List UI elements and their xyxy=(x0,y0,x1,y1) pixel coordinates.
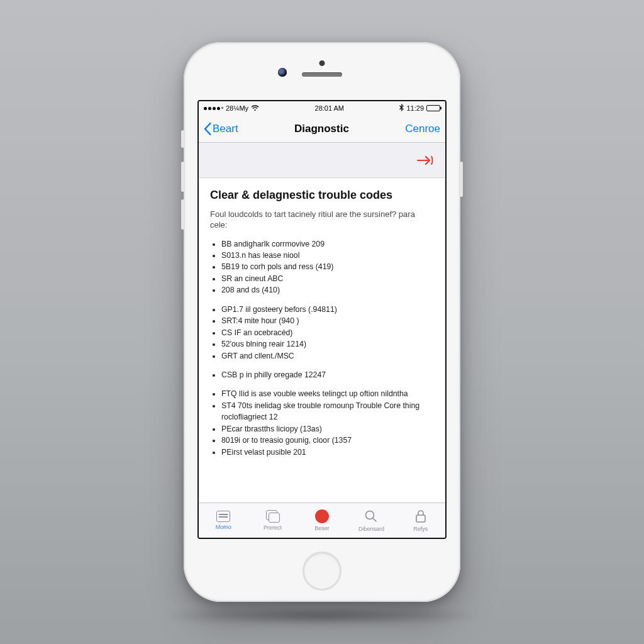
list-item: 52'ous blning reair 1214) xyxy=(221,338,434,350)
tab-label: Prerect xyxy=(264,525,282,531)
code-list-3: CSB p in philly oregade 12247 xyxy=(210,369,434,380)
toolbar xyxy=(199,143,445,178)
list-item: GP1.7 iil gosteery befors (.94811) xyxy=(221,304,434,315)
tab-search[interactable]: Dibensard xyxy=(347,503,396,538)
home-button[interactable] xyxy=(303,552,341,591)
status-bar: 28¼My 28:01 AM 11:29 xyxy=(199,101,445,115)
list-item: GRT and cllent./MSC xyxy=(221,350,434,362)
tab-project[interactable]: Prerect xyxy=(248,503,297,538)
status-time: 28:01 AM xyxy=(315,104,344,112)
phone-frame: 28¼My 28:01 AM 11:29 Beart Diagnostic C xyxy=(184,42,460,602)
tab-label: Dibensard xyxy=(358,526,384,532)
content-heading: Clear & delagnestic trouble codes xyxy=(210,188,434,203)
content-area[interactable]: Clear & delagnestic trouble codes Foul l… xyxy=(199,178,445,502)
code-list-2: GP1.7 iil gosteery befors (.94811)SRT:4 … xyxy=(210,304,434,362)
screen: 28¼My 28:01 AM 11:29 Beart Diagnostic C xyxy=(197,100,447,539)
earpiece-speaker xyxy=(302,72,342,77)
list-item: CSB p in philly oregade 12247 xyxy=(221,369,434,380)
list-item: S013.n has lease niool xyxy=(221,250,434,261)
back-label: Beart xyxy=(213,123,238,135)
list-item: 5B19 to corh pols and ress (419) xyxy=(221,261,434,272)
list-item: BB andigharlk corrmovive 209 xyxy=(221,238,434,250)
tab-home[interactable]: Momo xyxy=(199,503,248,538)
list-item: PEirst velast pusible 201 xyxy=(221,447,434,458)
signal-strength-icon xyxy=(204,107,223,110)
list-item: 8019i or to treasio gounig, cloor (1357 xyxy=(221,435,434,446)
list-item: CS IF an ocebracéd) xyxy=(221,327,434,338)
proximity-sensor xyxy=(319,60,325,66)
mute-switch[interactable] xyxy=(181,130,184,148)
stack-icon xyxy=(266,510,280,523)
chevron-left-icon xyxy=(204,123,211,135)
carrier-label: 28¼My xyxy=(226,104,248,112)
list-item: SRT:4 mite hour (940 ) xyxy=(221,315,434,326)
tab-alert[interactable]: ✱ Beser xyxy=(297,503,347,538)
wifi-icon xyxy=(251,105,259,111)
tab-label: Refys xyxy=(413,526,428,532)
back-button[interactable]: Beart xyxy=(204,123,238,135)
tab-lock[interactable]: Refys xyxy=(396,503,445,538)
volume-down-button[interactable] xyxy=(181,199,184,230)
svg-rect-1 xyxy=(416,515,425,522)
tab-label: Momo xyxy=(216,524,231,530)
power-button[interactable] xyxy=(460,162,463,197)
lock-icon xyxy=(413,509,428,524)
bluetooth-icon xyxy=(399,104,404,113)
list-item: ST4 70ts inelidag ske trouble romounp Tr… xyxy=(221,400,434,423)
content-intro: Foul loudcolds to tart tacinely ritiul a… xyxy=(210,209,434,231)
nav-bar: Beart Diagnostic Cenroe xyxy=(199,115,445,143)
volume-up-button[interactable] xyxy=(181,162,184,192)
list-item: PEcar tbrastths liciopy (13as) xyxy=(221,423,434,435)
battery-icon xyxy=(426,105,440,111)
page-title: Diagnostic xyxy=(294,123,349,135)
front-camera xyxy=(278,68,287,77)
list-item: FTQ lIid is ase vouble weeks telingct up… xyxy=(221,388,434,399)
list-item: SR an cineut ABC xyxy=(221,273,434,284)
nav-right-button[interactable]: Cenroe xyxy=(405,123,440,135)
status-right-text: 11:29 xyxy=(406,104,424,112)
alert-badge-icon: ✱ xyxy=(315,509,329,523)
share-arrow-icon[interactable] xyxy=(416,153,434,167)
code-list-1: BB andigharlk corrmovive 209S013.n has l… xyxy=(210,238,434,296)
code-list-4: FTQ lIid is ase vouble weeks telingct up… xyxy=(210,388,434,458)
search-icon xyxy=(364,509,379,524)
list-icon xyxy=(216,511,230,522)
tab-bar: Momo Prerect ✱ Beser Dibensard Refys xyxy=(199,502,445,538)
tab-label: Beser xyxy=(314,525,330,531)
list-item: 208 and ds (410) xyxy=(221,284,434,296)
